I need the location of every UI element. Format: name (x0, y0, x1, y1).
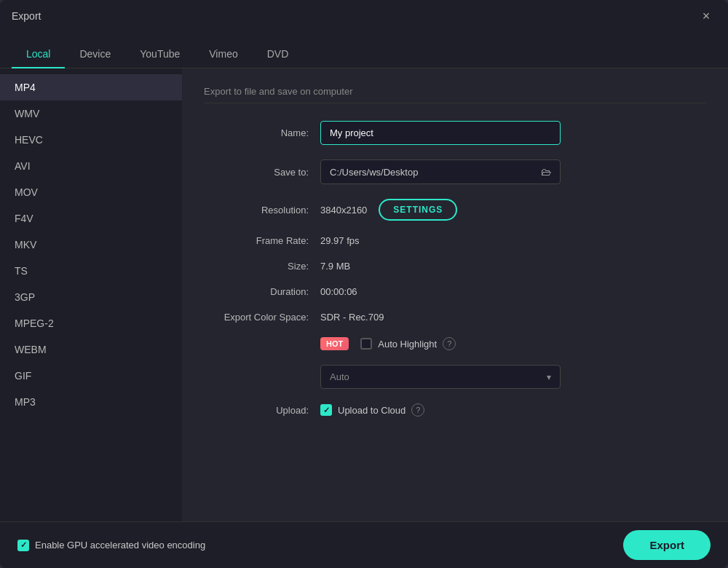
main-panel: Export to file and save on computer Name… (182, 68, 728, 521)
resolution-row: Resolution: 3840x2160 SETTINGS (204, 199, 706, 221)
tab-bar: Local Device YouTube Vimeo DVD (0, 32, 728, 68)
sidebar-item-ts[interactable]: TS (0, 258, 182, 284)
tab-vimeo[interactable]: Vimeo (194, 41, 252, 68)
upload-label: Upload: (204, 405, 320, 416)
size-label: Size: (204, 261, 320, 272)
export-color-value: SDR - Rec.709 (320, 312, 706, 323)
auto-dropdown-value: Auto (330, 371, 349, 382)
size-row: Size: 7.9 MB (204, 261, 706, 272)
section-title: Export to file and save on computer (204, 86, 706, 103)
upload-cloud-group: Upload to Cloud ? (320, 403, 424, 417)
upload-cloud-label: Upload to Cloud (338, 405, 405, 416)
gpu-row: Enable GPU accelerated video encoding (17, 540, 205, 551)
close-button[interactable]: × (696, 6, 716, 26)
frame-rate-label: Frame Rate: (204, 235, 320, 246)
folder-icon[interactable]: 🗁 (541, 166, 551, 178)
tab-device[interactable]: Device (65, 41, 125, 68)
sidebar-item-mkv[interactable]: MKV (0, 232, 182, 258)
name-label: Name: (204, 127, 320, 138)
duration-label: Duration: (204, 286, 320, 297)
title-bar-left: Export (12, 10, 41, 22)
export-color-row: Export Color Space: SDR - Rec.709 (204, 312, 706, 323)
upload-help-icon[interactable]: ? (411, 403, 424, 417)
sidebar-item-mov[interactable]: MOV (0, 179, 182, 205)
format-sidebar: MP4 WMV HEVC AVI MOV F4V MKV TS 3GP MPEG… (0, 68, 182, 521)
save-to-label: Save to: (204, 167, 320, 178)
tab-dvd[interactable]: DVD (253, 41, 304, 68)
auto-highlight-group: HOT Auto Highlight ? (320, 337, 456, 350)
export-button[interactable]: Export (623, 530, 711, 560)
sidebar-item-3gp[interactable]: 3GP (0, 284, 182, 310)
tab-youtube[interactable]: YouTube (125, 41, 194, 68)
name-input[interactable] (320, 121, 561, 145)
save-to-row: Save to: C:/Users/ws/Desktop 🗁 (204, 159, 706, 184)
content-area: MP4 WMV HEVC AVI MOV F4V MKV TS 3GP MPEG… (0, 68, 728, 521)
save-to-container[interactable]: C:/Users/ws/Desktop 🗁 (320, 159, 561, 184)
gpu-label: Enable GPU accelerated video encoding (35, 540, 205, 551)
export-color-label: Export Color Space: (204, 312, 320, 323)
upload-row: Upload: Upload to Cloud ? (204, 403, 706, 417)
resolution-value: 3840x2160 (320, 205, 367, 216)
window-title: Export (12, 10, 41, 22)
save-to-path: C:/Users/ws/Desktop (330, 167, 541, 178)
size-value: 7.9 MB (320, 261, 706, 272)
sidebar-item-avi[interactable]: AVI (0, 153, 182, 179)
title-bar: Export × (0, 0, 728, 32)
gpu-checkbox[interactable] (17, 540, 29, 551)
hot-badge: HOT (320, 337, 349, 350)
frame-rate-value: 29.97 fps (320, 235, 706, 246)
sidebar-item-wmv[interactable]: WMV (0, 100, 182, 127)
auto-highlight-checkbox[interactable] (360, 338, 372, 350)
settings-button[interactable]: SETTINGS (379, 199, 457, 221)
auto-highlight-help-icon[interactable]: ? (443, 337, 456, 350)
sidebar-item-mpeg2[interactable]: MPEG-2 (0, 310, 182, 336)
sidebar-item-webm[interactable]: WEBM (0, 336, 182, 363)
export-window: Export × Local Device YouTube Vimeo DVD … (0, 0, 728, 568)
sidebar-item-f4v[interactable]: F4V (0, 205, 182, 232)
bottom-bar: Enable GPU accelerated video encoding Ex… (0, 521, 728, 568)
dropdown-arrow-icon: ▾ (547, 372, 551, 382)
name-row: Name: (204, 121, 706, 145)
sidebar-item-hevc[interactable]: HEVC (0, 127, 182, 153)
resolution-value-group: 3840x2160 SETTINGS (320, 199, 457, 221)
sidebar-item-gif[interactable]: GIF (0, 363, 182, 389)
sidebar-item-mp4[interactable]: MP4 (0, 74, 182, 100)
auto-highlight-row: HOT Auto Highlight ? (204, 337, 706, 350)
duration-row: Duration: 00:00:06 (204, 286, 706, 297)
sidebar-item-mp3[interactable]: MP3 (0, 389, 182, 415)
duration-value: 00:00:06 (320, 286, 706, 297)
resolution-label: Resolution: (204, 205, 320, 216)
auto-highlight-dropdown[interactable]: Auto ▾ (320, 365, 561, 389)
tab-local[interactable]: Local (12, 41, 65, 68)
upload-cloud-checkbox[interactable] (320, 404, 332, 416)
frame-rate-row: Frame Rate: 29.97 fps (204, 235, 706, 246)
auto-highlight-label: Auto Highlight (378, 339, 437, 350)
